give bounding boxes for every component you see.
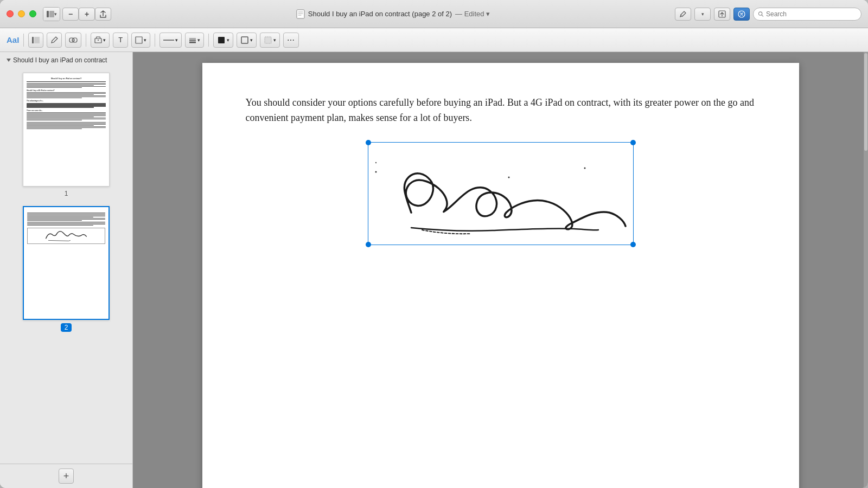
page-thumb-1[interactable]: Should I buy an iPad on contract? Should…: [4, 73, 128, 197]
shapes-button[interactable]: ▾: [131, 33, 150, 48]
svg-rect-1: [49, 11, 54, 17]
svg-rect-2: [297, 10, 304, 18]
separator-1: [23, 34, 24, 47]
svg-rect-15: [241, 37, 248, 43]
insert-button[interactable]: ▾: [91, 33, 110, 48]
page-2-thumbnail[interactable]: [23, 206, 110, 320]
pen-tool-button[interactable]: [47, 33, 62, 48]
line-style-button[interactable]: ▾: [159, 33, 182, 48]
add-page-area: +: [0, 464, 132, 488]
search-icon: [758, 11, 764, 17]
main-area: Should I buy an iPad on contract Should …: [0, 52, 868, 488]
window-controls: [7, 10, 36, 17]
font-style-button[interactable]: AaI: [7, 35, 19, 44]
paragraph-text: You should consider your options careful…: [246, 95, 756, 126]
collapse-icon[interactable]: [7, 59, 11, 62]
formatting-toolbar: AaI ▾ T ▾ ▾ ▾: [0, 28, 868, 52]
close-button[interactable]: [7, 10, 14, 17]
document-view[interactable]: You should consider your options careful…: [133, 52, 868, 488]
separator-4: [208, 34, 209, 47]
accessibility-button[interactable]: [733, 8, 750, 21]
border-color-button[interactable]: ▾: [237, 33, 257, 48]
document-page: You should consider your options careful…: [202, 63, 799, 488]
titlebar-right: ▾: [675, 8, 861, 21]
text-button[interactable]: T: [113, 33, 128, 48]
link-button[interactable]: [65, 33, 81, 48]
svg-rect-0: [47, 11, 49, 17]
markup-dropdown[interactable]: ▾: [694, 8, 711, 21]
document-icon: [296, 9, 305, 19]
svg-rect-7: [34, 37, 40, 43]
sidebar-doc-title: Should I buy an iPad on contract: [13, 56, 107, 64]
more-options-button[interactable]: ⋯: [283, 33, 299, 48]
share-button[interactable]: [95, 8, 111, 21]
sidebar-header: Should I buy an iPad on contract: [0, 52, 132, 68]
document-title: Should I buy an iPad on contract (page 2…: [308, 10, 452, 18]
svg-rect-14: [218, 37, 225, 43]
selection-box: [368, 142, 634, 245]
scrollbar-track[interactable]: [864, 52, 868, 488]
titlebar: ▾ − + Should I buy an iPad on contract (…: [0, 0, 868, 28]
handle-bottom-right[interactable]: [630, 242, 636, 247]
svg-rect-6: [32, 37, 34, 43]
zoom-in-button[interactable]: +: [79, 8, 95, 21]
edited-status[interactable]: — Edited ▾: [455, 10, 490, 18]
export-button[interactable]: [714, 8, 730, 21]
handle-top-left[interactable]: [366, 140, 371, 145]
handle-bottom-left[interactable]: [366, 242, 371, 247]
svg-rect-16: [265, 37, 271, 43]
search-box[interactable]: [753, 8, 861, 21]
separator-3: [155, 34, 155, 47]
zoom-controls: ▾: [43, 7, 60, 21]
line-weight-button[interactable]: ▾: [185, 33, 204, 48]
app-window: ▾ − + Should I buy an iPad on contract (…: [0, 0, 868, 488]
page-1-thumbnail[interactable]: Should I buy an iPad on contract? Should…: [23, 73, 110, 187]
page-2-number-badge: 2: [61, 323, 72, 332]
sidebar-pages: Should I buy an iPad on contract? Should…: [0, 68, 132, 464]
titlebar-center: Should I buy an iPad on contract (page 2…: [111, 9, 675, 19]
zoom-out-button[interactable]: −: [62, 8, 79, 21]
maximize-button[interactable]: [29, 10, 36, 17]
add-page-button[interactable]: +: [59, 468, 74, 484]
scrollbar-thumb[interactable]: [864, 53, 867, 151]
minimize-button[interactable]: [18, 10, 25, 17]
separator-2: [86, 34, 86, 47]
sidebar-toggle-button[interactable]: ▾: [43, 8, 60, 21]
fill-color-button[interactable]: ▾: [213, 33, 233, 48]
svg-rect-9: [136, 37, 142, 43]
page-thumb-2[interactable]: 2: [4, 206, 128, 332]
page-1-number: 1: [65, 190, 68, 197]
sidebar-view-button[interactable]: [28, 33, 43, 48]
signature-container[interactable]: [368, 142, 634, 245]
sidebar: Should I buy an iPad on contract Should …: [0, 52, 133, 488]
opacity-button[interactable]: ▾: [260, 33, 280, 48]
markup-button[interactable]: [675, 8, 691, 21]
handle-top-right[interactable]: [630, 140, 636, 145]
search-input[interactable]: [766, 10, 857, 18]
